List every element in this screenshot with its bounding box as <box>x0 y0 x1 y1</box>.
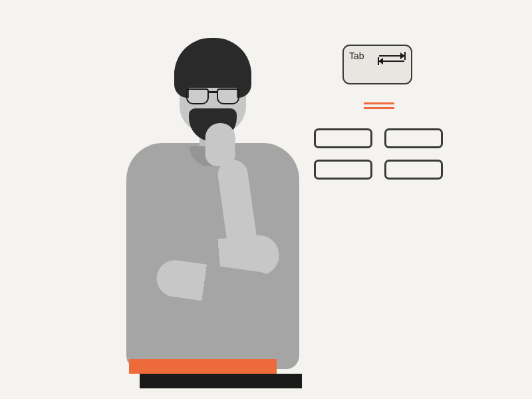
layout-box <box>384 160 443 180</box>
thinking-person-illustration <box>106 20 319 392</box>
glasses-icon <box>186 88 239 104</box>
layout-box <box>314 160 372 180</box>
tab-key: Tab <box>342 45 412 84</box>
accent-bar-orange <box>129 359 277 374</box>
accent-bar-black <box>140 374 302 388</box>
person-hand <box>205 123 235 166</box>
tab-key-label: Tab <box>349 51 364 61</box>
accent-lines <box>364 102 394 112</box>
layout-boxes <box>314 128 443 180</box>
person-head <box>180 50 246 133</box>
layout-box <box>314 128 372 148</box>
tab-arrows-icon <box>379 51 404 66</box>
person-hair <box>174 38 251 88</box>
layout-box <box>384 128 443 148</box>
